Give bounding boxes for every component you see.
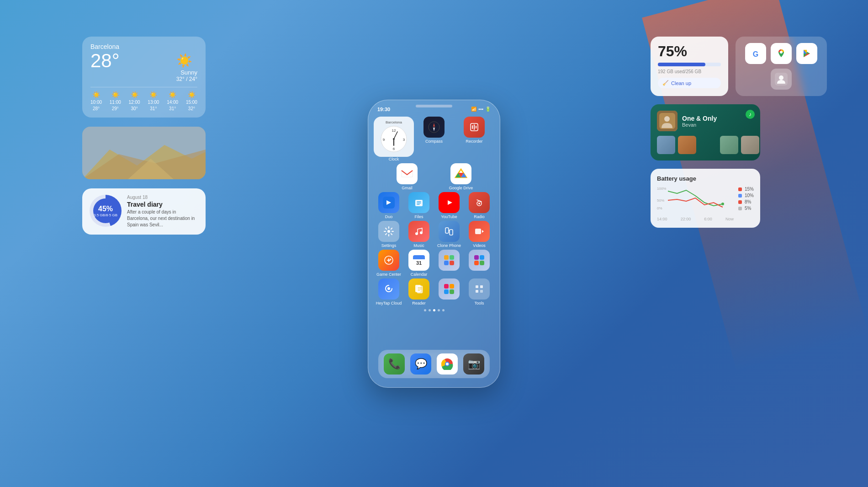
- battery-chart: 100% 50% 0%: [657, 187, 734, 214]
- app-item-reader[interactable]: Reader: [406, 278, 432, 305]
- phone-dock: 📞 💬 📷: [378, 350, 490, 378]
- music-album-art: [657, 111, 677, 131]
- app-item-duo[interactable]: Duo: [376, 192, 402, 219]
- svg-text:G: G: [753, 50, 758, 58]
- dock-phone[interactable]: 📞: [384, 353, 405, 375]
- music-thumb-4[interactable]: [720, 136, 738, 154]
- battery-legend: 15% 10% 8% 5%: [738, 187, 754, 221]
- app-item-folder3[interactable]: [436, 278, 462, 305]
- page-dot-5[interactable]: [442, 309, 445, 311]
- google-play-icon[interactable]: [796, 43, 817, 64]
- phone-screen: 19:30 📶 ▪▪▪ 🔋 Barcelona 12 3: [368, 100, 500, 388]
- gdrive-icon: [450, 163, 471, 184]
- storage-info: 192 GB used/256 GB: [658, 69, 721, 74]
- google-maps-icon[interactable]: [771, 43, 792, 64]
- app-item-clock[interactable]: Barcelona 12 3 6 9: [381, 117, 407, 161]
- svg-marker-14: [433, 127, 435, 131]
- page-dot-1[interactable]: [424, 309, 426, 311]
- svg-rect-33: [475, 229, 481, 234]
- app-row-2: Gmail Google Drive: [374, 163, 494, 190]
- phone-notch: [416, 105, 452, 107]
- weather-condition: Sunny: [176, 69, 197, 76]
- svg-rect-18: [476, 126, 476, 128]
- app-row-1: Barcelona 12 3 6 9: [374, 117, 494, 161]
- heytap-icon: [378, 278, 399, 300]
- svg-text:12: 12: [392, 128, 396, 133]
- svg-rect-47: [480, 290, 483, 293]
- music-thumb-2[interactable]: [678, 136, 696, 154]
- photo-widget: [82, 127, 206, 179]
- app-item-tools[interactable]: Tools: [466, 278, 492, 305]
- music-thumb-1[interactable]: [657, 136, 675, 154]
- svg-rect-31: [445, 228, 449, 233]
- folder2-icon: [469, 250, 490, 271]
- music-thumbnails: [657, 136, 754, 154]
- google-apps-widget: G: [736, 37, 827, 96]
- page-dot-2[interactable]: [429, 309, 431, 311]
- clock-widget: Barcelona 12 3 6 9: [374, 117, 414, 157]
- tools-label: Tools: [474, 301, 484, 305]
- app-item-gdrive[interactable]: Google Drive: [448, 163, 474, 190]
- battery-time-labels: 14:00 22:00 6:00 Now: [657, 217, 734, 221]
- youtube-icon: [439, 192, 460, 213]
- settings-icon: [378, 221, 399, 242]
- app-item-music[interactable]: Music: [406, 221, 432, 248]
- app-item-clonephone[interactable]: Clone Phone: [436, 221, 462, 248]
- app-item-gamecenter[interactable]: Game Center: [376, 250, 402, 277]
- travel-progress-circle: 45% 3.5 GB/8·5 GB: [90, 195, 122, 227]
- storage-cleanup-button[interactable]: 🧹 Clean up: [658, 78, 721, 88]
- forecast-item: ☀️ 10:00 28°: [90, 91, 102, 111]
- travel-title: Travel diary: [127, 201, 198, 208]
- clock-face-svg: 12 3 6 9: [380, 125, 408, 153]
- forecast-item: ☀️ 14:00 31°: [167, 91, 178, 111]
- battery-widget: Battery usage 100% 50% 0%: [651, 169, 760, 228]
- app-item-recorder[interactable]: Recorder: [461, 117, 487, 161]
- app-item-files[interactable]: Files: [406, 192, 432, 219]
- music-thumb-5[interactable]: [741, 136, 759, 154]
- app-row-3: Duo Files: [374, 192, 494, 219]
- dock-chrome[interactable]: [437, 353, 458, 375]
- travel-date: August 18: [127, 195, 198, 200]
- dock-camera[interactable]: 📷: [463, 353, 484, 375]
- app-item-radio[interactable]: Radio: [466, 192, 492, 219]
- svg-point-28: [387, 230, 390, 233]
- music-widget: One & Only Bevan ♪: [651, 104, 760, 161]
- app-item-compass[interactable]: Compass: [421, 117, 447, 161]
- music-thumb-3[interactable]: [699, 136, 717, 154]
- app-item-folder1[interactable]: [436, 250, 462, 277]
- right-top-row: 75% 192 GB used/256 GB 🧹 Clean up G: [651, 37, 827, 96]
- music-icon: [408, 221, 429, 242]
- weather-sun-icon: ☀️: [176, 53, 197, 68]
- storage-percentage: 75%: [658, 43, 721, 60]
- contacts-icon[interactable]: [771, 69, 792, 90]
- recorder-label: Recorder: [466, 139, 482, 144]
- clonephone-icon: [439, 221, 460, 242]
- recorder-icon: [464, 117, 485, 138]
- app-item-settings[interactable]: Settings: [376, 221, 402, 248]
- svg-text:9: 9: [383, 138, 385, 142]
- app-item-gmail[interactable]: Gmail: [394, 163, 420, 190]
- svg-point-27: [478, 203, 480, 204]
- svg-point-11: [393, 138, 395, 140]
- dock-messages[interactable]: 💬: [410, 353, 431, 375]
- svg-rect-45: [480, 285, 483, 288]
- app-item-youtube[interactable]: YouTube: [436, 192, 462, 219]
- svg-marker-13: [433, 123, 435, 127]
- page-dot-3[interactable]: [433, 309, 435, 311]
- left-widget-panel: Barcelona 28° ☀️ Sunny 32° / 24° ☀️ 10:0…: [82, 37, 206, 235]
- app-item-calendar[interactable]: 31 Calendar: [406, 250, 432, 277]
- compass-icon: [423, 117, 445, 138]
- app-item-folder2[interactable]: [466, 250, 492, 277]
- app-item-heytap[interactable]: HeyTap Cloud: [376, 278, 402, 305]
- cleanup-label: Clean up: [671, 80, 691, 86]
- travel-storage: 3.5 GB/8·5 GB: [94, 213, 117, 217]
- reader-icon: [408, 278, 429, 300]
- tools-icon: [469, 278, 490, 300]
- page-dot-4[interactable]: [438, 309, 440, 311]
- storage-bar-fill: [658, 63, 705, 66]
- status-icons: 📶 ▪▪▪ 🔋: [471, 107, 491, 112]
- app-item-videos[interactable]: Videos: [466, 221, 492, 248]
- google-app-icon[interactable]: G: [745, 43, 766, 64]
- svg-point-65: [664, 116, 670, 122]
- music-label: Music: [413, 243, 424, 248]
